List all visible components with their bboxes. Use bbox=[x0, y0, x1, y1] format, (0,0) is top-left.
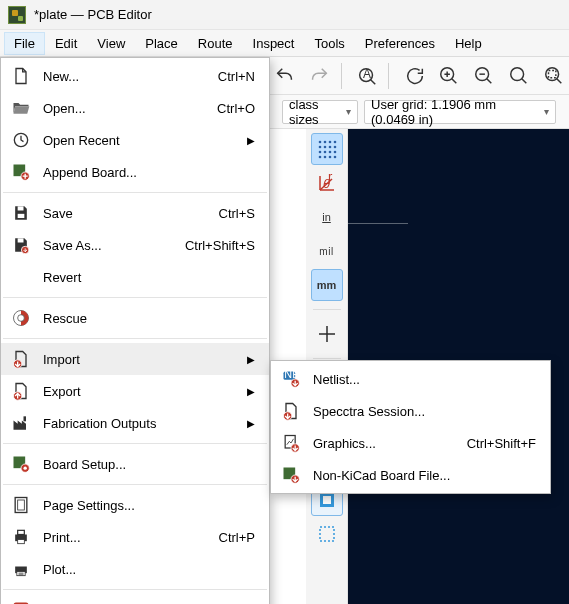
file-plot[interactable]: Plot... bbox=[1, 553, 269, 585]
units-inches-button[interactable]: in bbox=[311, 201, 343, 233]
save-icon bbox=[9, 201, 33, 225]
file-open[interactable]: Open... Ctrl+O bbox=[1, 92, 269, 124]
power-icon bbox=[9, 598, 33, 604]
svg-rect-37 bbox=[18, 214, 25, 218]
menu-place[interactable]: Place bbox=[135, 32, 188, 55]
file-export[interactable]: Export ▶ bbox=[1, 375, 269, 407]
class-sizes-combo[interactable]: class sizes ▾ bbox=[282, 100, 358, 124]
file-save[interactable]: Save Ctrl+S bbox=[1, 197, 269, 229]
import-specctra[interactable]: Specctra Session... bbox=[271, 395, 550, 427]
file-board-setup[interactable]: Board Setup... bbox=[1, 448, 269, 480]
svg-rect-44 bbox=[24, 416, 27, 421]
mil-label: mil bbox=[319, 246, 333, 257]
file-open-label: Open... bbox=[43, 101, 187, 116]
svg-point-47 bbox=[24, 467, 27, 470]
menu-view[interactable]: View bbox=[87, 32, 135, 55]
file-revert[interactable]: Revert bbox=[1, 261, 269, 293]
svg-point-22 bbox=[333, 156, 336, 159]
file-save-as[interactable]: Save As... Ctrl+Shift+S bbox=[1, 229, 269, 261]
file-open-recent[interactable]: Open Recent ▶ bbox=[1, 124, 269, 156]
page-settings-icon bbox=[9, 493, 33, 517]
outline-mode-button[interactable] bbox=[311, 518, 343, 550]
chevron-down-icon: ▾ bbox=[544, 106, 549, 117]
menu-route[interactable]: Route bbox=[188, 32, 243, 55]
file-board-setup-label: Board Setup... bbox=[43, 457, 255, 472]
file-menu: New... Ctrl+N Open... Ctrl+O Open Recent… bbox=[0, 57, 270, 604]
import-netlist[interactable]: NET Netlist... bbox=[271, 363, 550, 395]
grid-combo[interactable]: User grid: 1.1906 mm (0.0469 in) ▾ bbox=[364, 100, 556, 124]
menu-help[interactable]: Help bbox=[445, 32, 492, 55]
undo-button[interactable] bbox=[269, 60, 300, 92]
svg-point-13 bbox=[328, 146, 331, 149]
svg-point-12 bbox=[323, 146, 326, 149]
zoom-selection-button[interactable] bbox=[538, 60, 569, 92]
import-icon bbox=[9, 347, 33, 371]
svg-point-16 bbox=[323, 151, 326, 154]
new-file-icon bbox=[9, 64, 33, 88]
menu-tools[interactable]: Tools bbox=[304, 32, 354, 55]
file-open-recent-label: Open Recent bbox=[43, 133, 225, 148]
file-save-accel: Ctrl+S bbox=[219, 206, 255, 221]
file-append-board[interactable]: Append Board... bbox=[1, 156, 269, 188]
submenu-arrow-icon: ▶ bbox=[247, 418, 255, 429]
svg-point-18 bbox=[333, 151, 336, 154]
cursor-shape-button[interactable] bbox=[311, 318, 343, 350]
menu-preferences[interactable]: Preferences bbox=[355, 32, 445, 55]
file-new[interactable]: New... Ctrl+N bbox=[1, 60, 269, 92]
in-label: in bbox=[322, 211, 331, 223]
import-graphics[interactable]: Graphics... Ctrl+Shift+F bbox=[271, 427, 550, 459]
file-quit[interactable]: Quit Ctrl+Q bbox=[1, 594, 269, 604]
import-nonkicad-board[interactable]: Non-KiCad Board File... bbox=[271, 459, 550, 491]
menu-file[interactable]: File bbox=[4, 32, 45, 55]
zoom-fit-button[interactable] bbox=[503, 60, 534, 92]
file-rescue[interactable]: Rescue bbox=[1, 302, 269, 334]
menu-edit[interactable]: Edit bbox=[45, 32, 87, 55]
file-open-accel: Ctrl+O bbox=[217, 101, 255, 116]
export-icon bbox=[9, 379, 33, 403]
rescue-icon bbox=[9, 306, 33, 330]
svg-rect-38 bbox=[18, 238, 24, 242]
file-page-settings[interactable]: Page Settings... bbox=[1, 489, 269, 521]
zoom-out-button[interactable] bbox=[469, 60, 500, 92]
file-import[interactable]: Import ▶ bbox=[1, 343, 269, 375]
import-nonkicad-label: Non-KiCad Board File... bbox=[313, 468, 536, 483]
zoom-in-button[interactable] bbox=[434, 60, 465, 92]
units-mm-button[interactable]: mm bbox=[311, 269, 343, 301]
factory-icon bbox=[9, 411, 33, 435]
import-submenu: NET Netlist... Specctra Session... Graph… bbox=[270, 360, 551, 494]
submenu-arrow-icon: ▶ bbox=[247, 386, 255, 397]
refresh-button[interactable] bbox=[399, 60, 430, 92]
file-rescue-label: Rescue bbox=[43, 311, 255, 326]
save-as-icon bbox=[9, 233, 33, 257]
file-page-settings-label: Page Settings... bbox=[43, 498, 255, 513]
svg-point-11 bbox=[318, 146, 321, 149]
palette-separator bbox=[313, 358, 341, 359]
submenu-arrow-icon: ▶ bbox=[247, 354, 255, 365]
svg-rect-51 bbox=[18, 530, 25, 534]
import-graphics-accel: Ctrl+Shift+F bbox=[467, 436, 536, 451]
file-new-accel: Ctrl+N bbox=[218, 69, 255, 84]
import-netlist-label: Netlist... bbox=[313, 372, 536, 387]
grid-dots-toggle[interactable] bbox=[311, 133, 343, 165]
menu-inspect[interactable]: Inspect bbox=[243, 32, 305, 55]
file-print[interactable]: Print... Ctrl+P bbox=[1, 521, 269, 553]
svg-point-21 bbox=[328, 156, 331, 159]
file-print-accel: Ctrl+P bbox=[219, 530, 255, 545]
svg-text:A: A bbox=[363, 66, 371, 80]
import-specctra-label: Specctra Session... bbox=[313, 404, 536, 419]
mm-label: mm bbox=[317, 279, 337, 291]
polar-coord-toggle[interactable]: rθ bbox=[311, 167, 343, 199]
plot-icon bbox=[9, 557, 33, 581]
find-button[interactable]: A bbox=[352, 60, 383, 92]
svg-rect-6 bbox=[548, 70, 555, 77]
netlist-icon: NET bbox=[279, 367, 303, 391]
svg-rect-36 bbox=[18, 206, 24, 210]
svg-point-19 bbox=[318, 156, 321, 159]
svg-text:NET: NET bbox=[284, 369, 301, 380]
units-mils-button[interactable]: mil bbox=[311, 235, 343, 267]
print-icon bbox=[9, 525, 33, 549]
append-board-icon bbox=[9, 160, 33, 184]
svg-point-20 bbox=[323, 156, 326, 159]
redo-button[interactable] bbox=[304, 60, 335, 92]
file-fabrication-outputs[interactable]: Fabrication Outputs ▶ bbox=[1, 407, 269, 439]
